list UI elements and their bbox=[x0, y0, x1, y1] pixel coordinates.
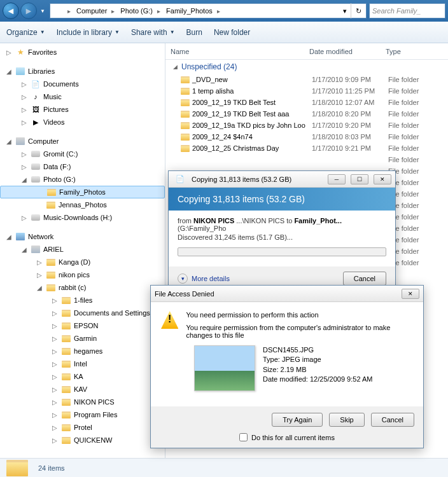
drive-icon bbox=[31, 149, 41, 159]
address-dropdown[interactable]: ▾ bbox=[339, 7, 351, 15]
do-for-all-checkbox[interactable] bbox=[239, 433, 248, 441]
access-denied-dialog: File Access Denied ✕ You need permission… bbox=[150, 285, 424, 448]
folder-icon bbox=[46, 270, 56, 280]
cancel-button[interactable]: Cancel bbox=[371, 413, 414, 427]
chevron-right-icon[interactable]: ▸ bbox=[215, 8, 222, 15]
tree-item-music-downloads[interactable]: ▷Music-Downloads (H:) bbox=[0, 211, 165, 224]
tree-item[interactable]: ▷EPSON bbox=[0, 319, 165, 332]
drive-icon bbox=[31, 174, 41, 184]
maximize-button[interactable]: ☐ bbox=[351, 174, 368, 184]
tree-item[interactable]: ▷hegames bbox=[0, 345, 165, 357]
tree-item[interactable]: ▷Garmin bbox=[0, 332, 165, 345]
tree-item-documents[interactable]: ▷📄Documents bbox=[0, 78, 165, 90]
more-details-toggle[interactable]: ▾More details bbox=[178, 273, 230, 284]
column-type[interactable]: Type bbox=[381, 48, 448, 55]
file-row[interactable]: 2009_12_19 TKD Belt Test aaa1/18/2010 8:… bbox=[165, 108, 448, 120]
tree-item[interactable]: ▷Documents and Settings bbox=[0, 307, 165, 319]
tree-item-pictures[interactable]: ▷🖼Pictures bbox=[0, 103, 165, 116]
tree-item[interactable]: ▷KA bbox=[0, 370, 165, 383]
network-group[interactable]: ◢Network bbox=[0, 230, 165, 243]
close-button[interactable]: ✕ bbox=[374, 174, 391, 184]
tree-item-photo[interactable]: ◢Photo (G:) bbox=[0, 173, 165, 186]
tree-item-family-photos[interactable]: Family_Photos bbox=[0, 186, 165, 198]
include-library-menu[interactable]: Include in library▼ bbox=[57, 28, 120, 37]
try-again-button[interactable]: Try Again bbox=[272, 413, 323, 427]
folder-icon bbox=[181, 88, 190, 95]
navigation-tree: ▷Favorites ◢Libraries ▷📄Documents ▷♪Musi… bbox=[0, 43, 165, 458]
folder-icon bbox=[46, 282, 56, 293]
folder-icon bbox=[61, 410, 71, 420]
file-row[interactable]: File folder bbox=[165, 154, 448, 165]
tree-item-kanga[interactable]: ▷Kanga (D) bbox=[0, 256, 165, 268]
folder-icon bbox=[181, 122, 190, 129]
tree-item-music[interactable]: ▷♪Music bbox=[0, 90, 165, 103]
refresh-button[interactable]: ↻ bbox=[351, 3, 366, 18]
computer-group[interactable]: ◢Computer bbox=[0, 135, 165, 148]
breadcrumb-computer[interactable]: Computer bbox=[73, 4, 109, 18]
folder-icon bbox=[61, 384, 71, 394]
address-bar[interactable]: ▸ Computer ▸ Photo (G:) ▸ Family_Photos … bbox=[50, 3, 367, 18]
share-with-menu[interactable]: Share with▼ bbox=[131, 28, 175, 37]
breadcrumb-photo[interactable]: Photo (G:) bbox=[116, 4, 155, 18]
folder-icon bbox=[61, 333, 71, 343]
pictures-icon: 🖼 bbox=[31, 104, 41, 114]
status-bar: 24 items bbox=[0, 458, 448, 477]
favorites-group[interactable]: ▷Favorites bbox=[0, 46, 165, 59]
computer-icon bbox=[15, 136, 25, 146]
folder-icon bbox=[61, 295, 71, 305]
file-row[interactable]: 2009_12_25 Christmas Day1/17/2010 9:21 P… bbox=[165, 142, 448, 154]
folder-icon bbox=[61, 308, 71, 318]
tree-item[interactable]: ▷1-files bbox=[0, 294, 165, 307]
tree-item-rabbit[interactable]: ◢rabbit (c) bbox=[0, 281, 165, 294]
dialog-titlebar[interactable]: 📄 Copying 31,813 items (53.2 GB) ─ ☐ ✕ bbox=[169, 171, 395, 188]
tree-item-gromit[interactable]: ▷Gromit (C:) bbox=[0, 148, 165, 160]
file-row[interactable]: _DVD_new1/17/2010 9:09 PMFile folder bbox=[165, 74, 448, 85]
chevron-right-icon[interactable]: ▸ bbox=[109, 8, 116, 15]
do-for-all-label: Do this for all current items bbox=[251, 434, 335, 441]
folder-icon bbox=[61, 321, 71, 331]
organize-menu[interactable]: Organize▼ bbox=[6, 28, 45, 37]
file-row[interactable]: 1 temp alisha1/17/2010 11:25 PMFile fold… bbox=[165, 85, 448, 97]
file-metadata: DSCN1455.JPG Type: JPEG image Size: 2.19… bbox=[263, 345, 372, 391]
dialog-titlebar[interactable]: File Access Denied ✕ bbox=[151, 286, 423, 302]
tree-item-jennas-photos[interactable]: Jennas_Photos bbox=[0, 198, 165, 211]
drive-icon bbox=[31, 212, 41, 223]
folder-icon bbox=[61, 397, 71, 407]
tree-item[interactable]: ▷Protel bbox=[0, 421, 165, 434]
forward-button[interactable]: ► bbox=[20, 3, 37, 19]
libraries-icon bbox=[15, 66, 25, 76]
tree-item[interactable]: ▷KAV bbox=[0, 383, 165, 396]
burn-button[interactable]: Burn bbox=[186, 28, 202, 37]
column-name[interactable]: Name bbox=[165, 48, 304, 55]
tree-item[interactable]: ▷NIKON PICS bbox=[0, 396, 165, 408]
tree-item-ariel[interactable]: ◢ARIEL bbox=[0, 243, 165, 256]
tree-item[interactable]: ▷QUICKENW bbox=[0, 434, 165, 446]
tree-item-videos[interactable]: ▷▶Videos bbox=[0, 116, 165, 128]
new-folder-button[interactable]: New folder bbox=[214, 28, 250, 37]
column-date[interactable]: Date modified bbox=[304, 48, 381, 55]
dialog-title: File Access Denied bbox=[155, 290, 396, 298]
breadcrumb-family-photos[interactable]: Family_Photos bbox=[162, 4, 215, 18]
back-button[interactable]: ◄ bbox=[3, 3, 19, 19]
close-button[interactable]: ✕ bbox=[402, 289, 419, 299]
group-header[interactable]: ◢Unspecified (24) bbox=[165, 60, 448, 74]
folder-icon bbox=[61, 346, 71, 356]
skip-button[interactable]: Skip bbox=[329, 413, 364, 427]
tree-item-nikon-pics[interactable]: ▷nikon pics bbox=[0, 268, 165, 281]
chevron-right-icon[interactable]: ▸ bbox=[155, 8, 162, 15]
chevron-right-icon[interactable]: ▸ bbox=[66, 8, 73, 15]
navigation-bar: ◄ ► ▼ ▸ Computer ▸ Photo (G:) ▸ Family_P… bbox=[0, 0, 448, 22]
file-row[interactable]: 2009_12_19 TKD Belt Test1/18/2010 12:07 … bbox=[165, 97, 448, 108]
file-row[interactable]: 2009_12_24 $4n741/18/2010 8:03 PMFile fo… bbox=[165, 131, 448, 142]
search-input[interactable]: Search Family_ bbox=[369, 3, 445, 18]
cancel-button[interactable]: Cancel bbox=[343, 272, 386, 286]
folder-icon bbox=[46, 257, 56, 267]
file-row[interactable]: 2009_12_19a TKD pics by John Loo1/17/201… bbox=[165, 120, 448, 131]
copy-progress-dialog: 📄 Copying 31,813 items (53.2 GB) ─ ☐ ✕ C… bbox=[168, 170, 396, 291]
tree-item-data[interactable]: ▷Data (F:) bbox=[0, 160, 165, 173]
history-dropdown[interactable]: ▼ bbox=[38, 4, 47, 17]
tree-item[interactable]: ▷Intel bbox=[0, 357, 165, 370]
minimize-button[interactable]: ─ bbox=[328, 174, 346, 184]
libraries-group[interactable]: ◢Libraries bbox=[0, 65, 165, 78]
tree-item[interactable]: ▷Program Files bbox=[0, 408, 165, 421]
